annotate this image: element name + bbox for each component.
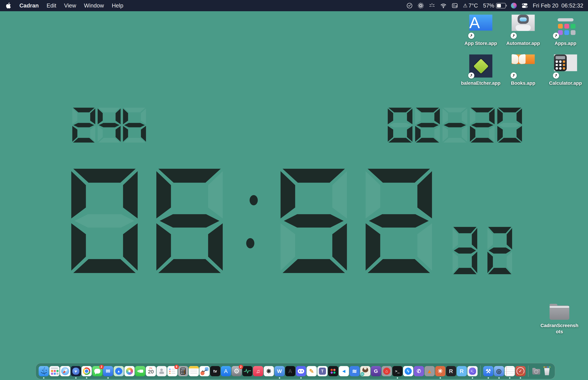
battery-icon	[496, 3, 506, 8]
dock-item-messages[interactable]: 2	[92, 366, 102, 376]
dock-item-starburst-app[interactable]: ✳	[435, 366, 445, 376]
dock-item-docker[interactable]: ≋	[349, 366, 360, 376]
clock-status-icon[interactable]	[406, 2, 413, 9]
calculator-app-icon: ↗	[554, 54, 577, 78]
dock-item-xcode[interactable]: ⚒	[483, 366, 493, 376]
w-blue-app-icon: W	[274, 366, 285, 376]
dock-item-trash[interactable]	[542, 366, 552, 376]
dock-item-music[interactable]: ♫	[253, 366, 263, 376]
dock-item-textedit[interactable]	[505, 366, 515, 376]
dock-item-contacts[interactable]	[156, 366, 167, 376]
dock-item-r-black-app[interactable]: R	[446, 366, 456, 376]
dock-item-vlc[interactable]: ▲	[424, 366, 435, 376]
dock-item-system-settings[interactable]: ⚙2	[231, 366, 242, 376]
wifi-icon[interactable]	[440, 3, 447, 8]
open-book-icon	[512, 55, 535, 64]
dock-item-notes[interactable]	[189, 366, 199, 376]
dock-item-downloads-folder[interactable]: ↓	[531, 366, 541, 376]
dock-item-terminal-tahoe-app[interactable]: >_	[467, 366, 477, 376]
running-indicator-dot	[488, 377, 489, 379]
menubar-date: Fri Feb 20	[533, 2, 558, 9]
dock-item-calendar[interactable]: Fri20	[146, 366, 156, 376]
dock-item-red-building-app[interactable]: ⌂	[382, 366, 392, 376]
dock-item-chrome[interactable]	[81, 366, 92, 376]
menu-help[interactable]: Help	[112, 2, 123, 9]
dock-item-cheat-engine[interactable]: CE	[360, 366, 370, 376]
dock-item-facetime[interactable]	[135, 366, 145, 376]
menu-view[interactable]: View	[64, 2, 76, 9]
dock-item-cadran-clock[interactable]: ✓	[515, 366, 526, 376]
compass-icon	[61, 367, 69, 375]
dock-item-apple-tv[interactable]: tv	[210, 366, 220, 376]
keyboard-brightness-icon[interactable]	[429, 2, 435, 9]
photos-icon	[124, 366, 134, 376]
seven-segment-char	[487, 227, 512, 274]
trash-bin-icon	[544, 368, 550, 375]
dock-item-apps-launcher[interactable]	[49, 366, 59, 376]
desktop-icon-app-store[interactable]: A↗App Store.app	[459, 14, 502, 46]
desktop-icon-balena-etcher[interactable]: ↗balenaEtcher.app	[459, 54, 502, 86]
menu-app-name[interactable]: Cadran	[19, 2, 39, 9]
dock-item-chatgpt[interactable]: ❋	[264, 366, 274, 376]
dock-item-discord[interactable]	[296, 366, 306, 376]
menu-edit[interactable]: Edit	[47, 2, 56, 9]
dock-item-app-store[interactable]: A	[221, 366, 231, 376]
desktop-folder[interactable]: CadranScreenshots	[546, 305, 573, 335]
dock-item-ms-teams[interactable]: T	[317, 366, 327, 376]
weather-status[interactable]: ⚠ 7°C	[463, 2, 478, 9]
clock-mode-display	[72, 108, 146, 143]
menu-window[interactable]: Window	[84, 2, 104, 9]
red-building-app-icon: ⌂	[382, 366, 392, 376]
desktop-icon-automator[interactable]: ↗Automator.app	[502, 14, 544, 46]
dock-item-photos[interactable]	[124, 366, 134, 376]
battery-status[interactable]: 57%	[483, 2, 506, 9]
apple-menu[interactable]	[6, 2, 12, 9]
input-source-icon[interactable]: ⌘	[452, 2, 458, 9]
dock-item-freeform[interactable]	[199, 366, 209, 376]
apple-tv-icon: tv	[210, 366, 220, 376]
dock-item-pencil-notes-app[interactable]: ✎	[307, 366, 317, 376]
running-indicator-dot	[86, 377, 87, 379]
dock-item-calculator[interactable]	[178, 366, 188, 376]
app-store-app-icon: A↗	[469, 14, 493, 38]
running-indicator-dot	[107, 377, 109, 379]
starburst-icon[interactable]	[418, 2, 424, 9]
figma-icon	[328, 366, 338, 376]
badger-icon	[362, 367, 368, 372]
dock-item-preview[interactable]: ◎	[494, 366, 504, 376]
dock-item-reminders[interactable]: 8	[167, 366, 177, 376]
pinwheel-icon	[126, 368, 133, 375]
alias-arrow-icon: ↗	[511, 33, 517, 39]
person-icon	[159, 369, 164, 374]
desktop-icon-apps[interactable]: ↗Apps.app	[544, 14, 587, 46]
menu-bar-left: Cadran Edit View Window Help	[0, 2, 123, 9]
dock-item-activity-monitor[interactable]	[242, 366, 252, 376]
dock-item-figma[interactable]	[328, 366, 338, 376]
dock-item-terminal[interactable]: >_	[392, 366, 402, 376]
dock-item-r-blue-app[interactable]: R	[457, 366, 467, 376]
dock-item-finder[interactable]	[39, 366, 49, 376]
dock-item-vscode[interactable]: ◄	[339, 366, 349, 376]
dock-item-messenger[interactable]: ϟ	[403, 366, 413, 376]
dock-item-mail[interactable]: ✉	[103, 366, 113, 376]
desktop-icon-calculator[interactable]: ↗Calculator.app	[544, 54, 587, 86]
dock-item-github[interactable]: G	[371, 366, 381, 376]
apps-launcher-icon	[49, 366, 59, 376]
dock-item-maps[interactable]: ▲	[114, 366, 124, 376]
dock-item-a-black-app[interactable]: A	[285, 366, 295, 376]
alias-arrow-icon: ↗	[553, 33, 559, 39]
dock-item-viber[interactable]: ✆	[414, 366, 424, 376]
dock-item-w-blue-app[interactable]: W	[274, 366, 285, 376]
dock-item-safari[interactable]	[60, 366, 70, 376]
maps-icon: ▲	[114, 366, 124, 376]
running-indicator-dot	[279, 377, 280, 379]
dock-item-telegram-dark[interactable]: ➤	[71, 366, 81, 376]
folder-label: CadranScreenshots	[539, 323, 579, 335]
siri-icon[interactable]	[511, 3, 517, 8]
folder-icon	[550, 305, 569, 320]
calendar-icon: Fri20	[146, 366, 156, 376]
control-center-icon[interactable]	[522, 3, 528, 8]
desktop-icon-books[interactable]: ↗Books.app	[502, 54, 544, 86]
desktop-icon-label: Calculator.app	[549, 80, 582, 86]
menubar-clock[interactable]: Fri Feb 20 06:52:32	[533, 2, 583, 9]
